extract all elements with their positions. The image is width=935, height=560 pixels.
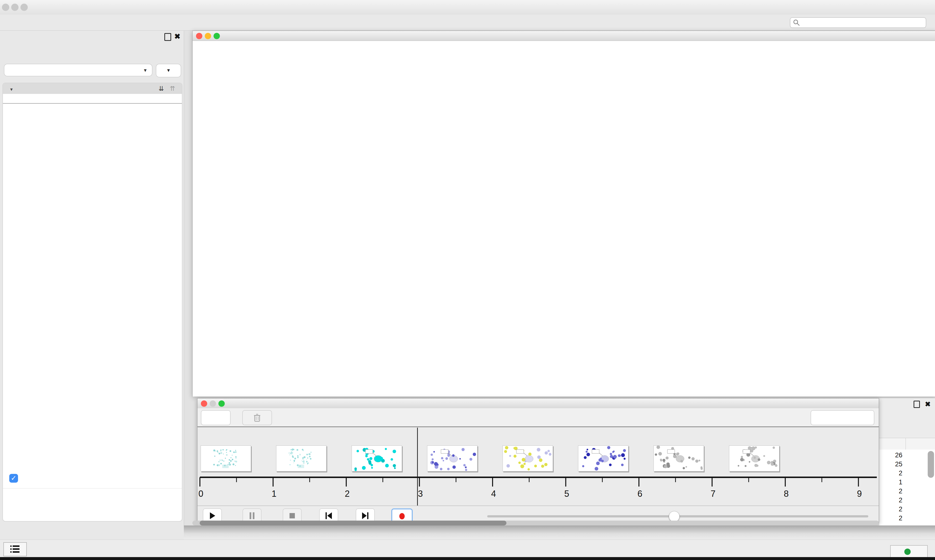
timeline-tick-label: 8 [784, 489, 788, 499]
horizontal-scrollbar-thumb[interactable] [200, 521, 506, 525]
memory-button[interactable] [890, 545, 928, 558]
table-cell-value[interactable]: 2 [879, 488, 903, 495]
cyanimator-titlebar[interactable] [197, 398, 879, 408]
collapse-all-icon[interactable]: ⇈ [170, 83, 175, 94]
cyanimator-timeline: 0123456789 [197, 427, 879, 506]
timeline-tick-label: 0 [199, 489, 203, 499]
style-options-button[interactable]: ▾ [156, 64, 181, 77]
timeline-tick-label: 6 [637, 489, 642, 499]
timeline-tick-label: 2 [345, 489, 350, 499]
chevron-down-icon: ▾ [144, 64, 147, 76]
window-titlebar [0, 0, 935, 15]
minimize-traffic-light[interactable] [11, 4, 19, 11]
float-window-icon[interactable] [164, 33, 171, 41]
frame-thumbnail [578, 446, 628, 471]
chevron-down-icon: ▾ [10, 86, 13, 92]
slider-thumb[interactable] [669, 511, 680, 522]
search-icon [793, 19, 800, 26]
frame-thumbnail [427, 446, 477, 471]
add-frame-button[interactable] [201, 410, 231, 425]
chevron-down-icon: ▾ [167, 67, 170, 73]
style-selector[interactable]: ▾ [4, 64, 153, 76]
memory-status-icon [904, 549, 911, 555]
network-window [192, 31, 935, 397]
properties-header[interactable]: ▾ ⇊ ⇈ [3, 83, 182, 94]
timeline-frame-7[interactable] [729, 445, 779, 471]
properties-column-header [3, 94, 182, 104]
expand-all-icon[interactable]: ⇊ [159, 83, 164, 94]
search-field[interactable] [790, 17, 926, 28]
play-icon [209, 512, 216, 520]
table-vertical-scrollbar[interactable] [928, 451, 934, 478]
zoom-traffic-light[interactable] [213, 33, 220, 39]
table-cell-value[interactable]: 26 [879, 451, 903, 459]
frame-thumbnail [503, 446, 553, 471]
list-icon [10, 545, 20, 554]
frame-thumbnail [276, 446, 326, 471]
timeline-frame-6[interactable] [654, 445, 704, 471]
table-cell-value[interactable]: 1 [879, 478, 903, 486]
control-panel: ✖ ▾ ▾ ▾ ⇊ ⇈ ✓ [0, 31, 184, 540]
timeline-tick-label: 7 [711, 489, 716, 499]
timeline-frame-0[interactable] [201, 445, 251, 471]
timeline-frame-3[interactable] [427, 445, 477, 471]
minimize-traffic-light[interactable] [210, 400, 216, 407]
table-cell-value[interactable]: 2 [879, 514, 903, 522]
close-icon[interactable]: ✖ [174, 32, 181, 41]
close-icon[interactable]: ✖ [925, 400, 930, 408]
pause-icon [249, 512, 255, 520]
skip-end-icon [362, 512, 369, 520]
properties-panel: ▾ ⇊ ⇈ ✓ [2, 83, 182, 522]
float-window-icon[interactable] [913, 401, 920, 408]
timeline-tick-label: 3 [418, 489, 423, 499]
trash-icon [253, 413, 261, 422]
zoom-traffic-light[interactable] [218, 400, 225, 407]
table-body: 2625212222 [879, 449, 935, 525]
table-cell-value[interactable]: 2 [879, 497, 903, 504]
minimize-traffic-light[interactable] [205, 33, 211, 39]
screen-bottom-strip [0, 557, 935, 560]
skip-start-icon [325, 512, 332, 520]
record-icon [398, 512, 406, 520]
table-header-row [879, 438, 935, 450]
timeline-frame-1[interactable] [276, 445, 327, 471]
lock-node-size-row[interactable]: ✓ [3, 470, 182, 487]
timeline-frame-2[interactable] [352, 445, 402, 471]
cyanimator-window: 0123456789 [197, 398, 879, 523]
stop-icon [289, 512, 295, 519]
table-panel-partial: ✖ 2625212222 [879, 398, 935, 525]
frame-thumbnail [654, 446, 704, 471]
cyanimator-toolbar [197, 408, 879, 427]
window-traffic-lights[interactable] [2, 4, 30, 12]
horizontal-scrollbar[interactable] [192, 521, 879, 525]
timeline-frame-4[interactable] [503, 445, 553, 471]
table-panel-tabbar [184, 525, 935, 540]
status-bar [0, 540, 935, 557]
close-traffic-light[interactable] [2, 4, 9, 11]
frame-thumbnail [729, 446, 779, 471]
frame-thumbnail [352, 446, 402, 471]
timeline-frame-5[interactable] [578, 445, 628, 471]
close-traffic-light[interactable] [201, 400, 207, 407]
checkbox-checked-icon[interactable]: ✓ [9, 474, 18, 483]
timeline-tick-label: 9 [857, 489, 862, 499]
network-canvas[interactable] [193, 41, 935, 397]
search-input[interactable] [800, 19, 923, 27]
clear-all-frames-button[interactable] [811, 410, 874, 425]
timeline-ruler: 0123456789 [197, 476, 879, 499]
table-cell-value[interactable]: 25 [879, 460, 903, 468]
timeline-tick-label: 4 [491, 489, 496, 499]
network-window-titlebar[interactable] [193, 31, 935, 41]
delete-frame-button[interactable] [242, 410, 272, 425]
timeline-tick-label: 5 [565, 489, 569, 499]
table-cell-value[interactable]: 2 [879, 506, 903, 513]
table-cell-value[interactable]: 2 [879, 469, 903, 477]
frame-thumbnail [201, 446, 251, 471]
show-panels-button[interactable] [3, 542, 27, 556]
close-traffic-light[interactable] [196, 33, 202, 39]
zoom-traffic-light[interactable] [20, 4, 28, 11]
animation-speed-slider[interactable] [487, 515, 868, 517]
main-toolbar [0, 15, 935, 31]
timeline-tick-label: 1 [272, 489, 276, 499]
